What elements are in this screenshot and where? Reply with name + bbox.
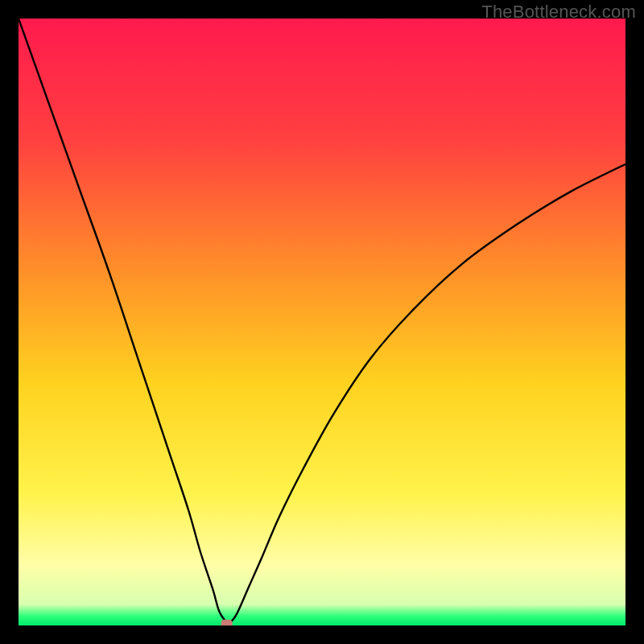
- plot-area: [19, 19, 625, 625]
- chart-frame: TheBottleneck.com: [0, 0, 644, 644]
- curve-minimum-marker: [221, 620, 233, 625]
- chart-svg: [19, 19, 625, 625]
- gradient-background: [19, 19, 625, 625]
